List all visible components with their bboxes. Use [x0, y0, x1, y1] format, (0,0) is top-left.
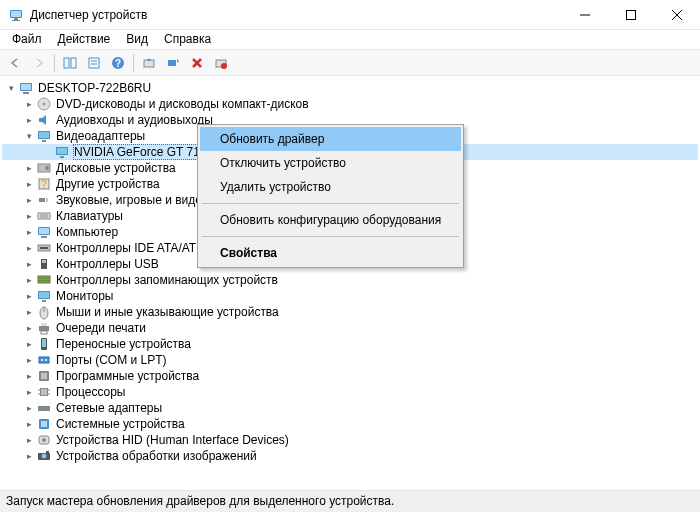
window-title: Диспетчер устройств	[30, 8, 562, 22]
tree-category[interactable]: ▸ Системные устройства	[2, 416, 698, 432]
menu-file[interactable]: Файл	[4, 30, 50, 49]
chevron-right-icon[interactable]: ▸	[22, 177, 36, 191]
category-icon	[36, 224, 52, 240]
tree-category[interactable]: ▸ Мониторы	[2, 288, 698, 304]
chevron-right-icon[interactable]: ▸	[22, 257, 36, 271]
context-menu: Обновить драйвер Отключить устройство Уд…	[197, 124, 464, 268]
chevron-right-icon[interactable]: ▸	[22, 321, 36, 335]
category-icon	[36, 320, 52, 336]
category-icon	[36, 432, 52, 448]
tool-back-button[interactable]	[4, 52, 26, 74]
tree-category-label: Мыши и иные указывающие устройства	[56, 305, 279, 319]
tree-category[interactable]: ▸ Контроллеры запоминающих устройств	[2, 272, 698, 288]
svg-text:?: ?	[115, 58, 121, 69]
chevron-right-icon[interactable]: ▸	[22, 337, 36, 351]
svg-point-78	[42, 454, 47, 459]
tree-category-label: Порты (COM и LPT)	[56, 353, 167, 367]
chevron-right-icon[interactable]: ▸	[22, 353, 36, 367]
tree-category[interactable]: ▸ Мыши и иные указывающие устройства	[2, 304, 698, 320]
chevron-right-icon[interactable]: ▸	[22, 225, 36, 239]
tree-category[interactable]: ▸ Устройства обработки изображений	[2, 448, 698, 464]
chevron-right-icon[interactable]: ▸	[22, 449, 36, 463]
svg-text:?: ?	[41, 179, 47, 190]
tree-category[interactable]: ▸ Порты (COM и LPT)	[2, 352, 698, 368]
chevron-right-icon[interactable]: ▸	[22, 161, 36, 175]
category-icon	[36, 272, 52, 288]
ctx-disable-device[interactable]: Отключить устройство	[200, 151, 461, 175]
menu-action[interactable]: Действие	[50, 30, 119, 49]
svg-rect-42	[41, 236, 47, 238]
chevron-right-icon[interactable]: ▸	[22, 193, 36, 207]
category-icon	[36, 304, 52, 320]
svg-rect-58	[42, 339, 46, 347]
chevron-right-icon[interactable]: ▸	[22, 273, 36, 287]
chevron-right-icon[interactable]: ▸	[22, 113, 36, 127]
chevron-right-icon[interactable]: ▸	[22, 433, 36, 447]
ctx-update-driver[interactable]: Обновить драйвер	[200, 127, 461, 151]
tree-category-label: DVD-дисководы и дисководы компакт-дисков	[56, 97, 309, 111]
chevron-right-icon[interactable]: ▸	[22, 241, 36, 255]
toolbar: ?	[0, 50, 700, 76]
chevron-down-icon[interactable]: ▾	[4, 81, 18, 95]
ctx-scan-hardware[interactable]: Обновить конфигурацию оборудования	[200, 208, 461, 232]
chevron-down-icon[interactable]: ▾	[22, 129, 36, 143]
tree-category-label: Видеоадаптеры	[56, 129, 145, 143]
tool-update-driver-button[interactable]	[138, 52, 160, 74]
tool-panes-button[interactable]	[59, 52, 81, 74]
titlebar: Диспетчер устройств	[0, 0, 700, 30]
chevron-right-icon[interactable]: ▸	[22, 385, 36, 399]
ctx-uninstall-device[interactable]: Удалить устройство	[200, 175, 461, 199]
chevron-right-icon[interactable]: ▸	[22, 417, 36, 431]
svg-rect-3	[12, 20, 20, 21]
chevron-right-icon[interactable]: ▸	[22, 401, 36, 415]
tree-category[interactable]: ▸ Переносные устройства	[2, 336, 698, 352]
chevron-right-icon[interactable]: ▸	[22, 209, 36, 223]
status-text: Запуск мастера обновления драйверов для …	[6, 494, 394, 508]
category-icon	[36, 160, 52, 176]
svg-rect-72	[43, 408, 45, 410]
tree-category-label: Устройства HID (Human Interface Devices)	[56, 433, 289, 447]
category-icon	[36, 448, 52, 464]
svg-rect-65	[41, 389, 47, 395]
chevron-right-icon[interactable]: ▸	[22, 369, 36, 383]
tree-category[interactable]: ▸ DVD-дисководы и дисководы компакт-диск…	[2, 96, 698, 112]
tool-forward-button[interactable]	[28, 52, 50, 74]
tree-category[interactable]: ▸ Процессоры	[2, 384, 698, 400]
tool-uninstall-button[interactable]	[186, 52, 208, 74]
ctx-properties[interactable]: Свойства	[200, 241, 461, 265]
tree-category[interactable]: ▸ Очереди печати	[2, 320, 698, 336]
tree-category[interactable]: ▸ Программные устройства	[2, 368, 698, 384]
svg-rect-50	[39, 292, 49, 298]
tool-properties-button[interactable]	[83, 52, 105, 74]
svg-rect-28	[42, 140, 46, 142]
tree-category-label: Системные устройства	[56, 417, 185, 431]
tree-root[interactable]: ▾ DESKTOP-722B6RU	[2, 80, 698, 96]
device-tree[interactable]: ▾ DESKTOP-722B6RU ▸ DVD-дисководы и диск…	[0, 76, 700, 486]
svg-rect-23	[23, 92, 29, 94]
svg-rect-37	[38, 213, 50, 219]
tool-help-button[interactable]: ?	[107, 52, 129, 74]
menu-help[interactable]: Справка	[156, 30, 219, 49]
svg-rect-63	[41, 373, 47, 379]
svg-point-25	[43, 103, 46, 106]
display-adapter-icon	[54, 144, 70, 160]
tree-category-label: Устройства обработки изображений	[56, 449, 257, 463]
tool-scan-hardware-button[interactable]	[162, 52, 184, 74]
chevron-right-icon[interactable]: ▸	[22, 305, 36, 319]
svg-rect-71	[40, 408, 42, 410]
tree-category-label: Мониторы	[56, 289, 113, 303]
tree-category[interactable]: ▸ Устройства HID (Human Interface Device…	[2, 432, 698, 448]
svg-rect-48	[38, 280, 50, 283]
maximize-button[interactable]	[608, 0, 654, 30]
chevron-right-icon[interactable]: ▸	[22, 289, 36, 303]
chevron-right-icon[interactable]: ▸	[22, 97, 36, 111]
svg-rect-56	[41, 331, 47, 334]
category-icon	[36, 128, 52, 144]
tool-disable-button[interactable]	[210, 52, 232, 74]
tree-category[interactable]: ▸ Сетевые адаптеры	[2, 400, 698, 416]
close-button[interactable]	[654, 0, 700, 30]
minimize-button[interactable]	[562, 0, 608, 30]
menu-view[interactable]: Вид	[118, 30, 156, 49]
category-icon	[36, 336, 52, 352]
svg-rect-79	[46, 451, 49, 453]
